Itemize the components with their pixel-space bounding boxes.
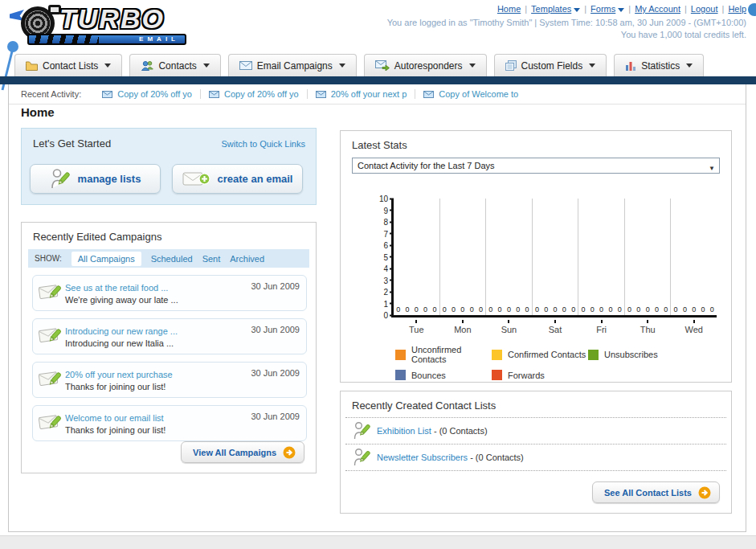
filter-sent[interactable]: Sent [202,254,221,264]
legend-label: Unconfirmed Contacts [411,345,492,364]
chart-legend: Unconfirmed ContactsConfirmed ContactsUn… [395,345,658,380]
tab-label: Custom Fields [521,60,583,72]
see-all-contact-lists-label: See All Contact Lists [604,488,692,498]
x-axis-day-label: Mon [440,320,486,334]
login-line2: You have 1,000 total credits left. [387,29,746,41]
manage-lists-button[interactable]: manage lists [30,164,161,194]
legend-swatch [395,370,406,380]
logo-email-bar: EMAIL [27,34,186,45]
recent-activity-link[interactable]: Copy of 20% off yo [224,89,299,99]
contact-list-link[interactable]: Newsletter Subscribers [377,453,468,462]
chart-value-label: 0 [674,305,678,313]
help-balloon-icon[interactable] [748,3,756,16]
chart-value-label: 0 [692,305,696,313]
tab-autoresponders[interactable]: Autoresponders [364,54,487,76]
stats-period-select[interactable]: Contact Activity for the Last 7 Days ▼ [352,158,720,174]
recent-activity-link[interactable]: 20% off your next p [331,89,407,99]
stats-period-value: Contact Activity for the Last 7 Days [358,161,495,170]
campaign-row[interactable]: Welcome to our email listThanks for join… [32,405,307,441]
recent-activity-item[interactable]: Copy of Welcome to [415,89,526,99]
bar-chart-icon [625,61,636,71]
contact-list-item[interactable]: Exhibition List - (0 Contacts) [345,418,726,445]
tab-contact-lists[interactable]: Contact Lists [14,54,122,76]
legend-label: Confirmed Contacts [508,350,586,359]
chart-value-label: 0 [571,305,575,313]
recent-activity-link[interactable]: Copy of 20% off yo [117,89,192,99]
envelope-arrow-icon [375,60,390,71]
envelope-pencil-icon [38,324,63,346]
legend-swatch [492,370,502,380]
x-axis-day-label: Sat [533,320,578,334]
switch-quick-links[interactable]: Switch to Quick Links [221,139,305,149]
chart-value-label: 0 [507,305,511,313]
chart-value-label: 0 [590,305,595,313]
contact-list-link[interactable]: Exhibition List [377,426,431,436]
envelope-icon [209,91,219,98]
chevron-down-icon [203,64,210,68]
chart-value-label: 0 [415,305,419,313]
chart-value-label: 0 [627,305,631,313]
legend-item: Unconfirmed Contacts [395,345,492,364]
legend-swatch [588,350,599,360]
see-all-contact-lists-button[interactable]: See All Contact Lists [592,481,720,503]
tab-statistics[interactable]: Statistics [614,54,704,76]
recent-activity-item[interactable]: 20% off your next p [308,89,416,99]
view-all-campaigns-button[interactable]: View All Campaigns [181,441,304,463]
filter-scheduled[interactable]: Scheduled [151,254,193,264]
nav-link-home[interactable]: Home [497,4,521,14]
tab-email-campaigns[interactable]: Email Campaigns [228,54,357,76]
folder-icon [26,61,38,71]
nav-link-templates[interactable]: Templates [531,4,571,14]
chart-day-column: 00000Mon [440,199,487,315]
envelope-icon [239,61,252,70]
tab-custom-fields[interactable]: Custom Fields [494,54,607,76]
filter-archived[interactable]: Archived [230,254,264,264]
create-email-button[interactable]: create an email [172,164,303,194]
envelope-plus-icon [182,170,210,188]
nav-link-help[interactable]: Help [728,4,746,14]
filter-all-campaigns[interactable]: All Campaigns [72,252,141,266]
contact-list-count: - (0 Contacts) [431,426,488,436]
chart-value-label: 0 [460,305,464,313]
campaign-row[interactable]: Introducing our new range ...Introducing… [32,318,307,354]
chart-value-label: 0 [452,305,456,313]
campaign-row[interactable]: See us at the retail food ...We're givin… [32,275,307,311]
legend-item: Confirmed Contacts [492,345,588,364]
chevron-down-icon [574,8,580,12]
chart-value-label: 0 [516,305,520,313]
chart-day-column: 00000Sun [486,199,533,315]
campaign-title-link[interactable]: See us at the retail food ... [65,283,168,293]
nav-separator: | [722,4,725,14]
chart-value-label: 0 [396,305,400,313]
recent-activity-label: Recent Activity: [21,89,81,99]
envelope-icon [423,91,434,98]
campaign-title-link[interactable]: Welcome to our email list [65,413,164,423]
nav-link-logout[interactable]: Logout [691,4,718,14]
login-info: You are logged in as "Timothy Smith" | S… [387,17,746,41]
contacts-icon [141,60,153,71]
nav-link-forms[interactable]: Forms [590,4,615,14]
contact-list-item[interactable]: Newsletter Subscribers - (0 Contacts) [345,445,726,471]
chart-value-label: 0 [646,305,650,313]
recent-activity-item[interactable]: Copy of 20% off yo [94,89,201,99]
recent-activity-item[interactable]: Copy of 20% off yo [201,89,308,99]
campaign-title-link[interactable]: 20% off your next purchase [65,370,173,379]
campaign-row[interactable]: 20% off your next purchaseThanks for joi… [32,362,307,398]
campaign-title-link[interactable]: Introducing our new range ... [65,326,178,336]
orange-arrow-icon [698,486,711,499]
nav-link-my-account[interactable]: My Account [635,4,680,14]
campaign-list: See us at the retail food ...We're givin… [22,275,316,441]
latest-stats-title: Latest Stats [341,131,731,158]
chart-day-column: 00000Tue [394,199,440,315]
y-axis-tick: 7 [374,229,394,238]
chart-y-axis: 012345678910 [364,199,391,315]
chart-value-label: 0 [498,305,502,313]
envelope-pencil-icon [38,367,63,389]
chart-value-label: 0 [701,305,705,313]
nav-separator: | [525,4,527,14]
manage-lists-label: manage lists [78,173,141,185]
tab-contacts[interactable]: Contacts [129,54,220,76]
tab-label: Contacts [158,60,196,72]
x-axis-day-label: Wed [671,320,717,334]
recent-activity-link[interactable]: Copy of Welcome to [439,89,518,99]
